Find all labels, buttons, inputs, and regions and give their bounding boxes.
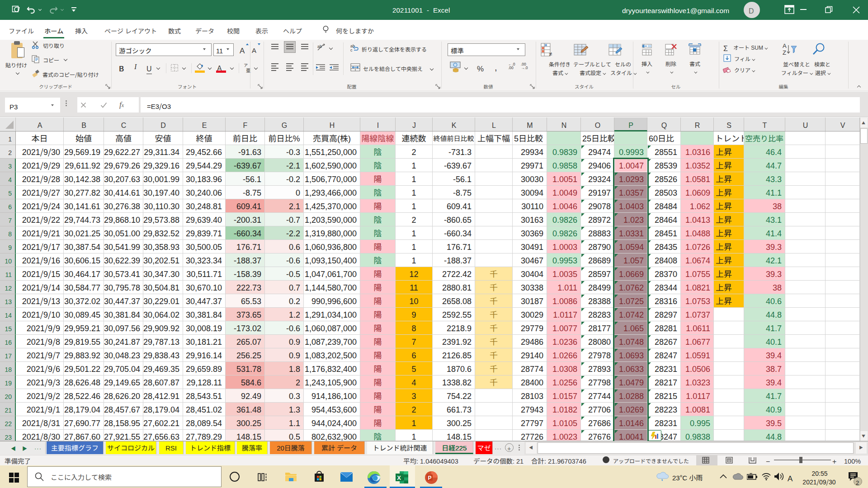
svg-text:Z: Z <box>783 48 786 56</box>
svg-text:ab: ab <box>317 43 322 49</box>
svg-text:c: c <box>350 47 353 52</box>
svg-text:X: X <box>397 474 401 481</box>
svg-text:P: P <box>428 475 432 481</box>
svg-text:≠: ≠ <box>549 49 552 58</box>
